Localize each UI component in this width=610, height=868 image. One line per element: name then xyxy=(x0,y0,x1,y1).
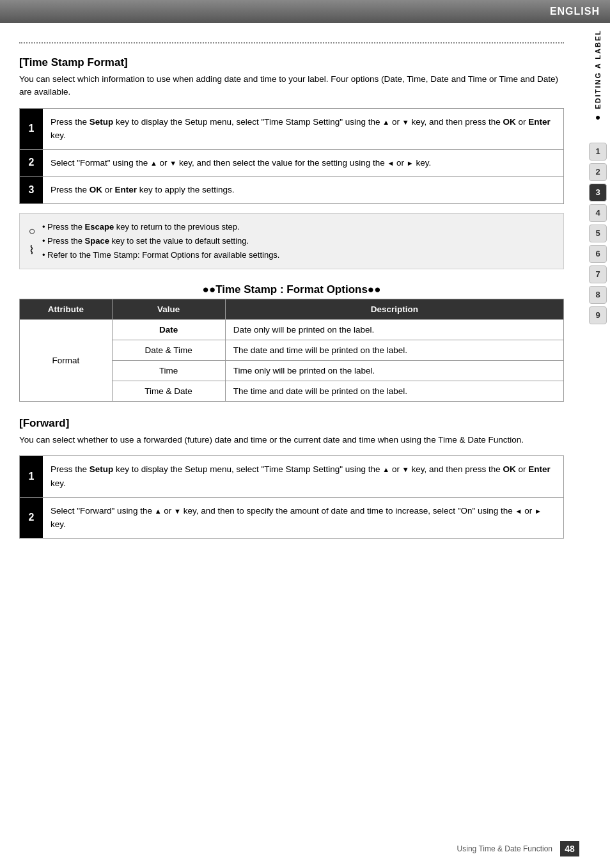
main-content: [Time Stamp Format] You can select which… xyxy=(0,23,583,560)
desc-time: Time only will be printed on the label. xyxy=(225,361,563,381)
section-forward: [Forward] You can select whether to use … xyxy=(19,417,564,539)
desc-time-date: The time and date will be printed on the… xyxy=(225,381,563,402)
arrow-down-icon4 xyxy=(174,506,181,516)
step-row-1: 1 Press the Setup key to display the Set… xyxy=(20,109,563,150)
table-header-row: Attribute Value Description xyxy=(20,299,564,320)
step2-text-1: Press the Setup key to display the Setup… xyxy=(43,456,563,496)
section2-steps: 1 Press the Setup key to display the Set… xyxy=(19,455,564,538)
section2-desc: You can select whether to use a forwarde… xyxy=(19,434,564,446)
arrow-left-icon2 xyxy=(515,506,522,516)
step2-row-1: 1 Press the Setup key to display the Set… xyxy=(20,456,563,497)
col-description: Description xyxy=(225,299,563,320)
step2-num-1: 1 xyxy=(20,456,43,496)
chapter-tabs: 1 2 3 4 5 6 7 8 9 xyxy=(589,143,607,324)
step-row-2: 2 Select "Format" using the or key, and … xyxy=(20,150,563,177)
dotted-separator xyxy=(19,42,564,43)
arrow-left-icon xyxy=(387,158,394,168)
chapter-tab-3[interactable]: 3 xyxy=(589,184,607,201)
step-num-3: 3 xyxy=(20,177,43,203)
attr-format: Format xyxy=(20,320,113,402)
step-num-1: 1 xyxy=(20,109,43,149)
footer-label: Using Time & Date Function xyxy=(457,844,552,853)
note-box: ○⌇ • Press the Escape key to return to t… xyxy=(19,213,564,269)
chapter-tab-5[interactable]: 5 xyxy=(589,225,607,242)
step2-row-2: 2 Select "Forward" using the or key, and… xyxy=(20,498,563,538)
page-num-box: 48 xyxy=(560,841,579,856)
arrow-up-icon xyxy=(382,117,389,127)
col-value: Value xyxy=(112,299,225,320)
step2-num-2: 2 xyxy=(20,498,43,538)
section1-title: [Time Stamp Format] xyxy=(19,56,564,69)
desc-date: Date only will be printed on the label. xyxy=(225,320,563,340)
step-text-3: Press the OK or Enter key to apply the s… xyxy=(43,177,242,203)
col-attribute: Attribute xyxy=(20,299,113,320)
arrow-down-icon2 xyxy=(169,158,176,168)
arrow-up-icon2 xyxy=(150,158,157,168)
arrow-right-icon xyxy=(407,158,414,168)
editing-label: EDITING A LABEL xyxy=(594,29,602,109)
step2-text-2: Select "Forward" using the or key, and t… xyxy=(43,498,563,538)
step-num-2: 2 xyxy=(20,150,43,177)
arrow-down-icon3 xyxy=(402,464,409,474)
arrow-up-icon3 xyxy=(382,464,389,474)
step-row-3: 3 Press the OK or Enter key to apply the… xyxy=(20,177,563,203)
english-label: ENGLISH xyxy=(550,6,600,17)
note-content: • Press the Escape key to return to the … xyxy=(42,220,554,262)
table-row: Format Date Date only will be printed on… xyxy=(20,320,564,340)
chapter-tab-1[interactable]: 1 xyxy=(589,143,607,161)
top-header: ENGLISH xyxy=(0,0,610,23)
val-date-time: Date & Time xyxy=(112,340,225,361)
arrow-right-icon2 xyxy=(535,506,542,516)
note-item-2: • Press the Space key to set the value t… xyxy=(42,234,554,248)
note-item-3: • Refer to the Time Stamp: Format Option… xyxy=(42,248,554,262)
val-time: Time xyxy=(112,361,225,381)
section1-steps: 1 Press the Setup key to display the Set… xyxy=(19,108,564,204)
bullet-editing: ● xyxy=(593,112,603,123)
note-item-1: • Press the Escape key to return to the … xyxy=(42,220,554,234)
chapter-tab-7[interactable]: 7 xyxy=(589,265,607,283)
table-section-title: ●●Time Stamp : Format Options●● xyxy=(19,281,564,299)
right-sidebar: ● EDITING A LABEL 1 2 3 4 5 6 7 8 9 xyxy=(586,23,610,324)
section2-title: [Forward] xyxy=(19,417,564,430)
step-text-2: Select "Format" using the or key, and th… xyxy=(43,150,439,177)
chapter-tab-9[interactable]: 9 xyxy=(589,306,607,324)
arrow-down-icon xyxy=(402,117,409,127)
val-time-date: Time & Date xyxy=(112,381,225,402)
section-time-stamp-format: [Time Stamp Format] You can select which… xyxy=(19,56,564,402)
val-date: Date xyxy=(112,320,225,340)
chapter-tab-2[interactable]: 2 xyxy=(589,163,607,181)
format-options-table: Attribute Value Description Format Date … xyxy=(19,299,564,402)
page-footer: Using Time & Date Function 48 xyxy=(457,841,579,856)
note-icon: ○⌇ xyxy=(29,221,36,262)
chapter-tab-8[interactable]: 8 xyxy=(589,286,607,304)
step-text-1: Press the Setup key to display the Setup… xyxy=(43,109,563,149)
desc-date-time: The date and time will be printed on the… xyxy=(225,340,563,361)
chapter-tab-4[interactable]: 4 xyxy=(589,204,607,222)
arrow-up-icon4 xyxy=(155,506,162,516)
section1-desc: You can select which information to use … xyxy=(19,73,564,99)
chapter-tab-6[interactable]: 6 xyxy=(589,245,607,263)
